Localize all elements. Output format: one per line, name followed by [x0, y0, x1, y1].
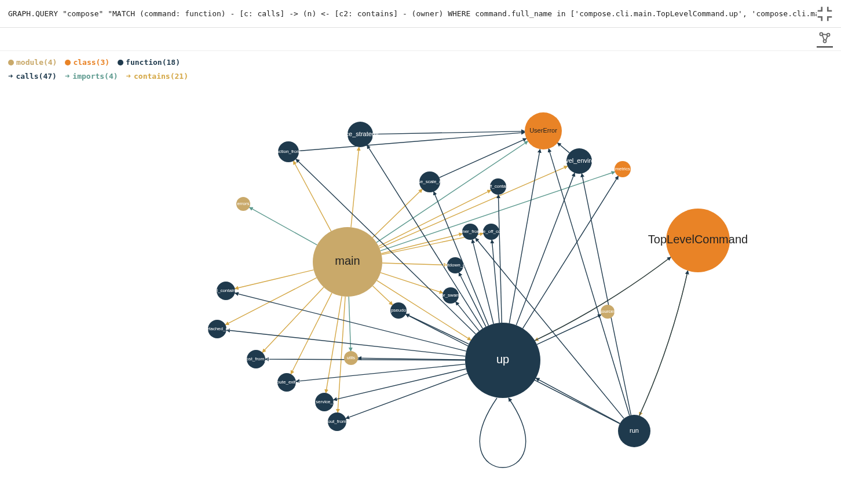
graph-node[interactable]: up [465, 323, 540, 398]
svg-point-17 [348, 122, 373, 147]
graph-node[interactable]: metrics [615, 161, 631, 177]
svg-point-41 [247, 350, 265, 368]
svg-point-29 [447, 257, 463, 273]
graph-node[interactable]: off_contain [487, 178, 510, 195]
edge-contains [225, 277, 316, 324]
edge-calls [480, 398, 525, 468]
edge-imports [349, 297, 350, 351]
graph-node[interactable]: mpute_exit_c [273, 373, 301, 392]
edge-calls [299, 133, 525, 151]
graph-node[interactable]: heout_from_o [323, 412, 352, 431]
graph-node[interactable]: action_from [276, 141, 301, 162]
svg-point-27 [483, 224, 499, 240]
graph-node[interactable]: e_service_na [310, 393, 338, 411]
svg-point-49 [236, 197, 250, 211]
svg-point-13 [615, 161, 631, 177]
edge-imports [249, 207, 317, 245]
graph-view-icon[interactable] [817, 31, 833, 48]
edge-contains [235, 270, 314, 288]
svg-point-21 [419, 171, 440, 192]
svg-point-47 [328, 412, 346, 431]
edge-calls [334, 369, 466, 400]
edge-calls [516, 173, 575, 326]
svg-point-45 [315, 393, 334, 411]
svg-point-15 [566, 148, 592, 174]
graph-node[interactable]: UserError [525, 112, 562, 149]
svg-point-43 [277, 373, 296, 392]
edge-calls [492, 240, 499, 323]
edge-calls [346, 374, 467, 419]
graph-canvas[interactable]: mainupTopLevelCommandrunUserErrormetrics… [0, 75, 841, 504]
edge-contains [262, 287, 324, 353]
edge-calls [639, 271, 688, 415]
graph-node[interactable]: run [618, 415, 650, 447]
graph-node[interactable]: pseudo [390, 302, 407, 319]
edge-calls [536, 378, 620, 423]
svg-point-25 [462, 224, 478, 240]
svg-point-11 [525, 112, 562, 149]
edge-contains [351, 147, 359, 227]
query-text[interactable]: GRAPH.QUERY "compose" "MATCH (command: f… [8, 9, 817, 18]
svg-point-33 [390, 302, 407, 319]
graph-node[interactable]: utils [344, 351, 358, 365]
graph-node[interactable]: detached_co [204, 320, 231, 338]
svg-point-2 [824, 39, 827, 42]
svg-point-51 [601, 305, 615, 319]
edge-calls [434, 192, 489, 326]
svg-point-23 [490, 178, 506, 195]
edge-calls [498, 195, 502, 323]
edge-imports [376, 141, 528, 243]
edge-calls [509, 149, 540, 323]
collapse-icon[interactable] [817, 6, 833, 22]
graph-node[interactable]: main [313, 227, 382, 297]
svg-point-19 [278, 141, 299, 162]
edge-calls [459, 273, 486, 327]
svg-point-7 [666, 209, 730, 272]
svg-point-39 [208, 320, 226, 338]
edge-contains [381, 273, 443, 293]
legend-item[interactable]: class(3) [65, 56, 109, 69]
edge-calls [537, 315, 601, 345]
query-bar: GRAPH.QUERY "compose" "MATCH (command: f… [0, 0, 841, 28]
toolbar [0, 28, 841, 51]
edge-contains [372, 189, 422, 238]
graph-node[interactable]: rse_scale_ar [416, 171, 443, 192]
svg-point-3 [313, 227, 382, 297]
svg-point-0 [820, 32, 822, 35]
edge-contains [294, 161, 331, 231]
edge-calls [523, 176, 619, 328]
svg-point-9 [618, 415, 650, 447]
svg-point-5 [465, 323, 540, 398]
graph-node[interactable]: one_off_cont [478, 224, 505, 240]
edge-calls [296, 364, 465, 382]
edge-calls [549, 149, 630, 416]
graph-node[interactable]: sources [599, 305, 616, 319]
graph-node[interactable]: errors [236, 197, 250, 211]
svg-point-31 [443, 287, 459, 304]
legend-item[interactable]: function(18) [118, 56, 180, 69]
edge-contains [382, 263, 447, 265]
edge-calls [582, 174, 631, 415]
svg-point-37 [217, 282, 235, 300]
graph-node[interactable]: kill_container [213, 282, 240, 300]
edge-calls [558, 143, 570, 153]
graph-node[interactable]: level_environ [561, 148, 598, 174]
legend-node-types: module(4)class(3)function(18) [8, 56, 833, 69]
svg-point-35 [344, 351, 358, 365]
edge-contains [291, 293, 332, 374]
edge-contains [639, 271, 688, 415]
edge-calls [373, 132, 525, 134]
legend-item[interactable]: module(4) [8, 56, 57, 69]
